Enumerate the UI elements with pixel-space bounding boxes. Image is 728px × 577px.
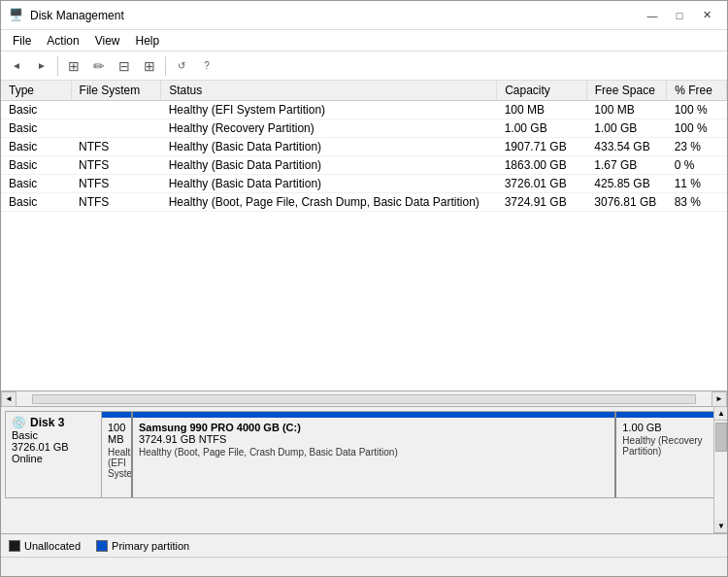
disk-panel-area: 💿 Disk 3 Basic 3726.01 GB Online 100 MBH… — [1, 407, 727, 533]
vscroll-thumb[interactable] — [715, 423, 727, 452]
disk-panel-scroll: 💿 Disk 3 Basic 3726.01 GB Online 100 MBH… — [1, 407, 727, 533]
cell-fs — [71, 101, 161, 119]
disk-type: Basic — [12, 429, 95, 441]
h-scrollbar[interactable]: ◄ ► — [1, 391, 727, 407]
menu-action[interactable]: Action — [39, 32, 86, 50]
cell-status: Healthy (Recovery Partition) — [161, 119, 497, 138]
col-header-fs[interactable]: File System — [71, 81, 161, 101]
h-scroll-track[interactable] — [32, 394, 696, 404]
cell-status: Healthy (Boot, Page File, Crash Dump, Ba… — [161, 193, 497, 212]
table-body: Basic Healthy (EFI System Partition) 100… — [1, 101, 727, 212]
disk-panel-vscroll[interactable]: ▲ ▼ — [713, 407, 727, 533]
disk-status: Online — [12, 453, 95, 464]
cell-free: 100 MB — [586, 101, 666, 119]
cell-type: Basic — [1, 156, 71, 175]
help-toolbar-button[interactable]: ? — [195, 54, 218, 78]
vscroll-down[interactable]: ▼ — [714, 520, 727, 533]
cell-pct: 100 % — [667, 119, 727, 138]
cell-free: 425.85 GB — [586, 175, 666, 193]
disk-row-3: 💿 Disk 3 Basic 3726.01 GB Online 100 MBH… — [5, 411, 723, 498]
cell-pct: 11 % — [667, 175, 727, 193]
cell-pct: 100 % — [667, 101, 727, 119]
col-header-free[interactable]: Free Space — [586, 81, 666, 101]
vscroll-track[interactable] — [714, 421, 727, 520]
app-icon: 🖥️ — [9, 8, 24, 23]
cell-status: Healthy (Basic Data Partition) — [161, 138, 497, 156]
status-bar — [1, 557, 727, 576]
cell-fs — [71, 119, 161, 138]
partition-name-1: Samsung 990 PRO 4000 GB (C:) — [139, 422, 609, 433]
view-button-3[interactable]: ⊞ — [138, 54, 161, 78]
col-header-status[interactable]: Status — [161, 81, 497, 101]
cell-free: 1.67 GB — [586, 156, 666, 175]
partition-0[interactable]: 100 MBHealthy (EFI Syste — [102, 412, 133, 497]
cell-type: Basic — [1, 175, 71, 193]
window-controls: — □ ✕ — [640, 5, 719, 26]
col-header-type[interactable]: Type — [1, 81, 71, 101]
legend-primary-label: Primary partition — [112, 540, 189, 552]
menu-view[interactable]: View — [87, 32, 128, 50]
col-header-capacity[interactable]: Capacity — [497, 81, 587, 101]
cell-status: Healthy (Basic Data Partition) — [161, 156, 497, 175]
menu-file[interactable]: File — [5, 32, 39, 50]
partition-status-2: Healthy (Recovery Partition) — [622, 435, 716, 457]
disk-label-3: 💿 Disk 3 Basic 3726.01 GB Online — [5, 411, 102, 498]
main-content: Type File System Status Capacity Free Sp… — [1, 81, 727, 576]
forward-button[interactable]: ► — [30, 54, 53, 78]
close-button[interactable]: ✕ — [694, 5, 719, 26]
toolbar: ◄ ► ⊞ ✏ ⊟ ⊞ ↺ ? — [1, 51, 727, 81]
table-row[interactable]: Basic Healthy (Recovery Partition) 1.00 … — [1, 119, 727, 138]
cell-pct: 83 % — [667, 193, 727, 212]
cell-capacity: 1907.71 GB — [497, 138, 587, 156]
cell-free: 433.54 GB — [586, 138, 666, 156]
table-row[interactable]: Basic NTFS Healthy (Basic Data Partition… — [1, 138, 727, 156]
partition-1[interactable]: Samsung 990 PRO 4000 GB (C:)3724.91 GB N… — [133, 412, 616, 497]
table-row[interactable]: Basic NTFS Healthy (Basic Data Partition… — [1, 175, 727, 193]
title-bar-left: 🖥️ Disk Management — [9, 8, 124, 23]
cell-free: 1.00 GB — [586, 119, 666, 138]
cell-capacity: 1863.00 GB — [497, 156, 587, 175]
disk-table-area[interactable]: Type File System Status Capacity Free Sp… — [1, 81, 727, 391]
refresh-button[interactable]: ↺ — [170, 54, 193, 78]
disk-table: Type File System Status Capacity Free Sp… — [1, 81, 727, 212]
menu-bar: File Action View Help — [1, 30, 727, 51]
partition-2[interactable]: 1.00 GBHealthy (Recovery Partition) — [616, 412, 722, 497]
partition-size-1: 3724.91 GB NTFS — [139, 433, 609, 445]
maximize-button[interactable]: □ — [667, 5, 692, 26]
vscroll-up[interactable]: ▲ — [714, 407, 727, 421]
cell-pct: 23 % — [667, 138, 727, 156]
toolbar-separator-1 — [57, 56, 58, 76]
partition-size-0: 100 MB — [108, 422, 125, 445]
view-button-2[interactable]: ⊟ — [113, 54, 136, 78]
table-row[interactable]: Basic NTFS Healthy (Boot, Page File, Cra… — [1, 193, 727, 212]
cell-type: Basic — [1, 138, 71, 156]
cell-type: Basic — [1, 119, 71, 138]
h-scroll-right[interactable]: ► — [711, 391, 727, 407]
disk-size: 3726.01 GB — [12, 441, 95, 453]
properties-button[interactable]: ✏ — [87, 54, 111, 78]
partition-size-2: 1.00 GB — [622, 422, 716, 433]
h-scroll-left[interactable]: ◄ — [1, 391, 17, 407]
menu-help[interactable]: Help — [128, 32, 168, 50]
disk-partitions-3: 100 MBHealthy (EFI SysteSamsung 990 PRO … — [102, 411, 723, 498]
cell-capacity: 3724.91 GB — [497, 193, 587, 212]
minimize-button[interactable]: — — [640, 5, 665, 26]
disk-name: 💿 Disk 3 — [12, 416, 95, 429]
cell-type: Basic — [1, 101, 71, 119]
col-header-pct[interactable]: % Free — [667, 81, 727, 101]
table-header-row: Type File System Status Capacity Free Sp… — [1, 81, 727, 101]
legend-unallocated-label: Unallocated — [24, 540, 81, 552]
table-row[interactable]: Basic Healthy (EFI System Partition) 100… — [1, 101, 727, 119]
cell-fs: NTFS — [71, 138, 161, 156]
toolbar-separator-2 — [165, 56, 166, 76]
cell-capacity: 1.00 GB — [497, 119, 587, 138]
cell-fs: NTFS — [71, 156, 161, 175]
legend-unallocated: Unallocated — [9, 540, 81, 552]
view-button-1[interactable]: ⊞ — [62, 54, 85, 78]
table-row[interactable]: Basic NTFS Healthy (Basic Data Partition… — [1, 156, 727, 175]
back-button[interactable]: ◄ — [5, 54, 28, 78]
cell-status: Healthy (Basic Data Partition) — [161, 175, 497, 193]
cell-type: Basic — [1, 193, 71, 212]
cell-capacity: 100 MB — [497, 101, 587, 119]
cell-fs: NTFS — [71, 175, 161, 193]
